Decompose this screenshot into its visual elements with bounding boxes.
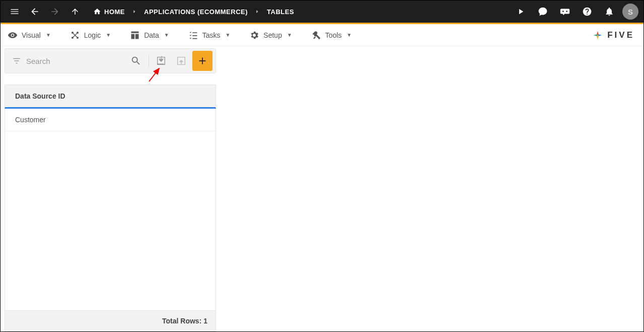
chevron-down-icon: ▼ — [347, 32, 352, 38]
comment-icon — [538, 7, 548, 17]
hamburger-icon — [10, 7, 20, 17]
svg-point-3 — [77, 36, 79, 38]
menu-tools[interactable]: Tools ▼ — [309, 27, 354, 43]
breadcrumb-applications-label: APPLICATIONS (ECOMMERCE) — [144, 8, 248, 16]
notifications-button[interactable] — [600, 3, 618, 21]
hamburger-menu-button[interactable] — [6, 3, 24, 21]
breadcrumb-tables-label: TABLES — [267, 8, 294, 16]
home-icon — [93, 8, 101, 16]
table-row-label: Customer — [15, 116, 46, 124]
chat-bot-icon — [559, 6, 570, 17]
chat-button[interactable] — [556, 3, 574, 21]
table-icon — [130, 30, 140, 40]
menu-tools-label: Tools — [325, 31, 342, 39]
menu-tasks[interactable]: Tasks ▼ — [186, 27, 233, 43]
avatar[interactable]: S — [622, 4, 638, 20]
menu-visual-label: Visual — [22, 31, 41, 39]
brand-logo-icon — [592, 30, 603, 41]
download-icon — [156, 55, 167, 66]
upload-icon — [176, 55, 187, 66]
brand-logo-text: FIVE — [607, 30, 634, 40]
arrow-up-icon — [70, 7, 80, 16]
search-icon[interactable] — [130, 55, 141, 66]
chevron-down-icon: ▼ — [287, 32, 292, 38]
menubar: Visual ▼ Logic ▼ Data ▼ Tasks ▼ Setup ▼ … — [1, 24, 643, 46]
chevron-right-icon — [255, 9, 260, 14]
help-button[interactable] — [578, 3, 596, 21]
table-row[interactable]: Customer — [5, 109, 216, 131]
tools-icon — [311, 30, 321, 40]
toolbar-divider — [149, 55, 149, 67]
menu-setup-label: Setup — [263, 31, 282, 39]
search-box — [8, 52, 146, 69]
brand-logo: FIVE — [592, 30, 634, 41]
nav-forward-button — [46, 3, 64, 21]
breadcrumb-separator — [132, 7, 137, 16]
eye-icon — [8, 30, 18, 40]
breadcrumb-home-label: HOME — [104, 8, 125, 16]
menu-data[interactable]: Data ▼ — [128, 27, 171, 43]
breadcrumb-tables[interactable]: TABLES — [262, 8, 299, 16]
comment-button[interactable] — [534, 3, 552, 21]
breadcrumb-applications[interactable]: APPLICATIONS (ECOMMERCE) — [139, 8, 253, 16]
arrow-left-icon — [30, 7, 40, 17]
list-footer: Total Rows: 1 — [5, 311, 216, 331]
run-button[interactable] — [512, 3, 530, 21]
avatar-initial: S — [628, 8, 633, 16]
help-icon — [582, 7, 592, 17]
topbar: HOME APPLICATIONS (ECOMMERCE) TABLES — [1, 1, 643, 23]
svg-point-0 — [71, 31, 74, 33]
export-button[interactable] — [172, 52, 190, 70]
import-button[interactable] — [152, 52, 170, 70]
breadcrumb: HOME APPLICATIONS (ECOMMERCE) TABLES — [88, 7, 299, 16]
breadcrumb-home[interactable]: HOME — [88, 8, 130, 16]
chevron-down-icon: ▼ — [225, 32, 230, 38]
checklist-icon — [188, 30, 198, 40]
play-icon — [516, 7, 525, 16]
list-footer-label: Total Rows: — [162, 317, 201, 325]
plus-icon — [197, 55, 208, 66]
breadcrumb-separator — [255, 7, 260, 16]
menu-setup[interactable]: Setup ▼ — [247, 27, 294, 43]
arrow-right-icon — [50, 7, 60, 17]
menu-data-label: Data — [144, 31, 159, 39]
tables-panel: Data Source ID Customer Total Rows: 1 — [5, 48, 216, 331]
list-body: Customer — [5, 109, 216, 311]
list-footer-count: 1 — [203, 317, 207, 325]
panel-toolbar — [5, 48, 216, 73]
add-button[interactable] — [192, 51, 212, 71]
list-column-header-label: Data Source ID — [15, 92, 65, 100]
logic-icon — [70, 30, 80, 40]
menu-tasks-label: Tasks — [202, 31, 221, 39]
gear-icon — [249, 30, 259, 40]
bell-icon — [604, 7, 614, 17]
chevron-down-icon: ▼ — [106, 32, 111, 38]
filter-icon[interactable] — [12, 56, 21, 65]
chevron-right-icon — [132, 9, 137, 14]
svg-point-2 — [71, 36, 74, 38]
menu-visual[interactable]: Visual ▼ — [6, 27, 53, 43]
chevron-down-icon: ▼ — [46, 32, 51, 38]
menu-logic-label: Logic — [84, 31, 101, 39]
nav-up-button[interactable] — [66, 3, 84, 21]
chevron-down-icon: ▼ — [164, 32, 169, 38]
svg-point-1 — [77, 31, 79, 33]
topbar-right: S — [512, 3, 638, 21]
list-column-header[interactable]: Data Source ID — [5, 85, 216, 109]
search-input[interactable] — [26, 57, 125, 65]
menu-logic[interactable]: Logic ▼ — [68, 27, 113, 43]
nav-back-button[interactable] — [26, 3, 44, 21]
